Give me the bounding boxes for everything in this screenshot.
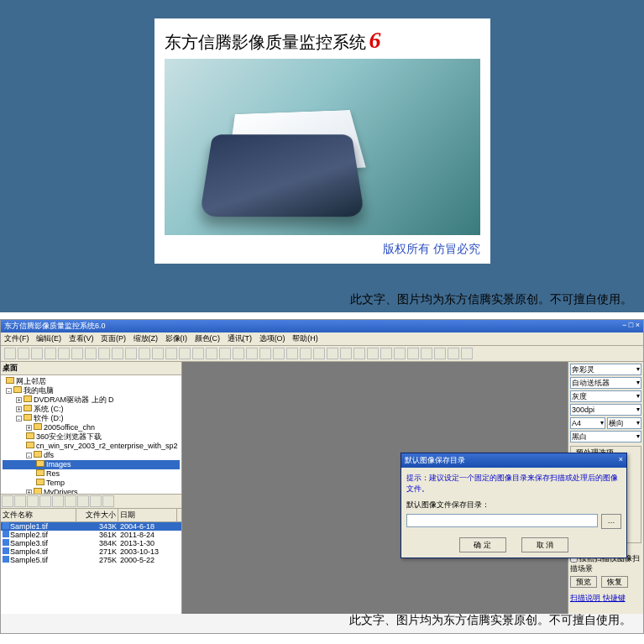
tb-icon[interactable] (165, 348, 177, 359)
tb-icon[interactable] (421, 348, 432, 359)
menu-file[interactable]: 文件(F) (4, 334, 29, 343)
menu-image[interactable]: 影像(I) (165, 334, 188, 343)
browse-button[interactable]: … (601, 514, 621, 529)
mtb-icon[interactable] (27, 495, 39, 507)
tb-icon[interactable] (18, 348, 29, 359)
preview-button[interactable]: 预览 (570, 576, 597, 588)
menu-page[interactable]: 页面(P) (101, 334, 126, 343)
tree-item[interactable]: 网上邻居 (3, 377, 180, 386)
hotkey-link[interactable]: 快捷键 (603, 594, 626, 602)
file-list[interactable]: 文件名称 文件大小 日期 Sample1.tif343K2004-6-18Sam… (1, 509, 181, 614)
tb-icon[interactable] (112, 348, 123, 359)
window-controls[interactable]: − □ × (622, 321, 640, 332)
menu-view[interactable]: 查看(V) (69, 334, 94, 343)
size-dropdown[interactable]: A4 (570, 417, 605, 429)
file-row[interactable]: Sample5.tif275K2000-5-22 (1, 556, 181, 564)
menu-options[interactable]: 选项(O) (259, 334, 285, 343)
tb-icon[interactable] (179, 348, 191, 359)
tree-item[interactable]: -dfs (3, 451, 180, 460)
dialog-close-icon[interactable]: × (619, 455, 623, 466)
tb-icon[interactable] (448, 348, 459, 359)
dpi-dropdown[interactable]: 300dpi (570, 404, 641, 416)
mtb-icon[interactable] (2, 495, 13, 507)
scan-help-link[interactable]: 扫描说明 (570, 594, 600, 602)
bw-dropdown[interactable]: 黑白 (570, 431, 641, 442)
mtb-icon[interactable] (77, 495, 89, 507)
tb-icon[interactable] (71, 348, 83, 359)
col-name[interactable]: 文件名称 (1, 509, 76, 521)
tree-item[interactable]: cn_win_srv_2003_r2_enterprise_with_sp2 (3, 442, 180, 451)
file-row[interactable]: Sample4.tif271K2003-10-13 (1, 547, 181, 556)
mtb-icon[interactable] (90, 495, 102, 507)
file-row[interactable]: Sample3.tif384K2013-1-30 (1, 539, 181, 547)
tb-icon[interactable] (85, 348, 97, 359)
tb-icon[interactable] (273, 348, 285, 359)
tb-icon[interactable] (367, 348, 379, 359)
tb-icon[interactable] (152, 348, 164, 359)
color-dropdown[interactable]: 灰度 (570, 390, 641, 402)
tb-icon[interactable] (98, 348, 110, 359)
menu-color[interactable]: 颜色(C) (195, 334, 221, 343)
tree-item[interactable]: +2005office_chn (3, 423, 180, 432)
orient-dropdown[interactable]: 横向 (607, 417, 642, 429)
tb-icon[interactable] (206, 348, 217, 359)
tb-icon[interactable] (219, 348, 231, 359)
tb-icon[interactable] (380, 348, 392, 359)
tree-item[interactable]: Temp (3, 479, 180, 488)
col-size[interactable]: 文件大小 (76, 509, 118, 521)
app-window: 东方信腾影像质量监控系统6.0 − □ × 文件(F) 编辑(E) 查看(V) … (0, 319, 644, 634)
tb-icon[interactable] (192, 348, 204, 359)
tb-icon[interactable] (4, 348, 16, 359)
titlebar: 东方信腾影像质量监控系统6.0 − □ × (1, 320, 643, 332)
scanner-dropdown[interactable]: 奔彩灵 (570, 364, 641, 375)
tb-icon[interactable] (125, 348, 137, 359)
menu-zoom[interactable]: 缩放(Z) (134, 334, 159, 343)
tb-icon[interactable] (313, 348, 325, 359)
tree-item[interactable]: -我的电脑 (3, 386, 180, 395)
mtb-icon[interactable] (52, 495, 64, 507)
tb-icon[interactable] (139, 348, 150, 359)
tb-icon[interactable] (434, 348, 446, 359)
tb-icon[interactable] (58, 348, 70, 359)
ok-button[interactable]: 确 定 (459, 537, 506, 552)
restore-button[interactable]: 恢复 (601, 576, 628, 588)
tree-item[interactable]: -软件 (D:) (3, 414, 180, 423)
splash-panel: 东方信腾影像质量监控系统6 版权所有 仿冒必究 此文字、图片均为东方信腾实景原创… (0, 0, 644, 312)
tb-icon[interactable] (353, 348, 365, 359)
mtb-icon[interactable] (14, 495, 26, 507)
mtb-icon[interactable] (65, 495, 76, 507)
folder-tree[interactable]: 桌面 网上邻居-我的电脑+DVDRAM驱动器 上的 D+系统 (C:)-软件 (… (1, 362, 181, 495)
tree-item[interactable]: 360安全浏览器下载 (3, 432, 180, 442)
tb-icon[interactable] (300, 348, 312, 359)
tb-icon[interactable] (259, 348, 271, 359)
tree-item[interactable]: +MyDrivers (3, 488, 180, 495)
tree-item[interactable]: Images (3, 460, 180, 469)
file-row[interactable]: Sample2.tif361K2011-8-24 (1, 531, 181, 539)
menu-comm[interactable]: 通讯(T) (228, 334, 253, 343)
tree-item[interactable]: +系统 (C:) (3, 405, 180, 414)
tree-item[interactable]: Res (3, 469, 180, 479)
feeder-dropdown[interactable]: 自动送纸器 (570, 377, 641, 389)
mtb-icon[interactable] (102, 495, 114, 507)
tb-icon[interactable] (327, 348, 338, 359)
dialog-title: 默认图像保存目录 × (401, 453, 626, 468)
file-row[interactable]: Sample1.tif343K2004-6-18 (1, 522, 181, 531)
tb-icon[interactable] (31, 348, 43, 359)
tree-item[interactable]: +DVDRAM驱动器 上的 D (3, 395, 180, 405)
menubar[interactable]: 文件(F) 编辑(E) 查看(V) 页面(P) 缩放(Z) 影像(I) 颜色(C… (1, 332, 643, 346)
col-date[interactable]: 日期 (118, 509, 177, 521)
folder-input[interactable] (406, 514, 598, 527)
menu-edit[interactable]: 编辑(E) (36, 334, 61, 343)
mtb-icon[interactable] (39, 495, 51, 507)
tb-icon[interactable] (394, 348, 406, 359)
tb-icon[interactable] (340, 348, 352, 359)
window-title: 东方信腾影像质量监控系统6.0 (4, 321, 106, 332)
tb-icon[interactable] (286, 348, 298, 359)
tb-icon[interactable] (246, 348, 258, 359)
tb-icon[interactable] (233, 348, 244, 359)
tb-icon[interactable] (45, 348, 56, 359)
menu-help[interactable]: 帮助(H) (292, 334, 318, 343)
cancel-button[interactable]: 取 消 (521, 537, 568, 552)
tb-icon[interactable] (461, 348, 473, 359)
tb-icon[interactable] (407, 348, 419, 359)
